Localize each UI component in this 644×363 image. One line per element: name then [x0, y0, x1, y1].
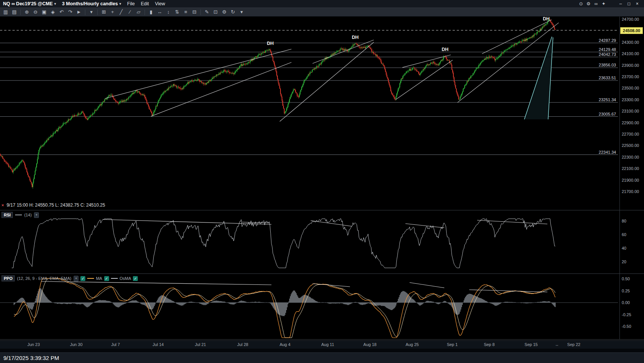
- maximize-button[interactable]: □: [625, 1, 633, 6]
- snapshot-icon[interactable]: ⊡: [211, 8, 220, 16]
- rsi-line: [12, 219, 555, 268]
- divergent-high-label: DH: [543, 16, 550, 22]
- last-candle-info: × 9/17 15:00 H: 24550.75 L: 24382.75 C: …: [2, 202, 105, 208]
- pin-window-icon[interactable]: ✦: [600, 1, 607, 6]
- undo-icon[interactable]: ↶: [57, 8, 66, 16]
- timeframe-selector[interactable]: 3 Months/Hourly candles ▾: [62, 1, 121, 6]
- rsi-panel-header: RSI (14) +: [2, 212, 39, 218]
- toolbar-separator: [20, 9, 21, 15]
- bar-pattern-icon[interactable]: ▮: [147, 8, 155, 16]
- timeline-handle-icon[interactable]: ↔: [555, 342, 559, 347]
- toolbar: ▥▤⊕⊖▣◈↶↷►▾⊞+╱∕▱▮↔↕⇅≡⊟✎⊡⚙↻▾: [0, 8, 644, 17]
- date-axis-label: Sep 8: [479, 342, 500, 347]
- date-axis-label: Aug 4: [274, 342, 296, 347]
- price-level-label: 23633.51: [599, 76, 616, 80]
- date-axis-label: Sep 1: [442, 342, 463, 347]
- clock-timestamp: 9/17/2025 3:39:32 PM: [3, 355, 59, 361]
- settings-icon[interactable]: ⚙: [220, 8, 228, 16]
- rsi-title[interactable]: RSI: [2, 212, 13, 218]
- date-axis-label: Aug 11: [317, 342, 338, 347]
- zoom-in-icon[interactable]: ⊕: [23, 8, 31, 16]
- ppo-pointer-icon[interactable]: +: [74, 276, 79, 281]
- ray-line-icon[interactable]: ∕: [126, 8, 134, 16]
- divergent-high-label: DH: [267, 41, 274, 46]
- date-axis-label: Jul 28: [232, 342, 253, 347]
- candle-wicks-down: [0, 19, 555, 188]
- draw-tools-icon[interactable]: ✎: [203, 8, 211, 16]
- mode-select-icon[interactable]: ▾: [87, 8, 96, 16]
- ppo-trendline[interactable]: [313, 284, 350, 287]
- ppo-title[interactable]: PPO: [2, 275, 15, 281]
- toolbar-separator: [200, 9, 201, 15]
- close-button[interactable]: ×: [633, 1, 641, 6]
- more-options-icon[interactable]: ▾: [237, 8, 246, 16]
- ppo-visible-checkbox[interactable]: ✓: [80, 276, 85, 281]
- ppo-trendline[interactable]: [41, 281, 271, 285]
- ppo-legend: +✓MA✓OsMA✓: [74, 276, 138, 281]
- pan-icon[interactable]: ◈: [49, 8, 57, 16]
- add-study-icon[interactable]: ⊞: [100, 8, 108, 16]
- menu-file[interactable]: File: [127, 1, 135, 6]
- price-level-label: 24129.48: [599, 47, 616, 52]
- chart-style-icon[interactable]: ▥: [2, 8, 10, 16]
- rsi-trendline[interactable]: [311, 221, 352, 226]
- title-bar: NQ ∞ Dec19'25 @CME ▾ 3 Months/Hourly can…: [0, 0, 644, 8]
- wedge-trendline[interactable]: [151, 62, 291, 116]
- toolbar-separator: [85, 9, 85, 15]
- price-level-label: 23005.67: [599, 112, 616, 116]
- ppo-osma-checkbox[interactable]: ✓: [133, 276, 138, 281]
- rsi-params: (14): [24, 213, 32, 217]
- symbol-selector[interactable]: NQ ∞ Dec19'25 @CME ▾: [3, 1, 56, 6]
- send-to-icon[interactable]: ►: [75, 8, 83, 16]
- wedge-trendline[interactable]: [105, 49, 291, 99]
- time-axis[interactable]: ↔ Jun 23Jun 30Jul 7Jul 14Jul 21Jul 28Aug…: [0, 340, 644, 349]
- scale-mode-icon[interactable]: ≡: [182, 8, 190, 16]
- parallel-channel-icon[interactable]: ▱: [134, 8, 143, 16]
- zoom-box-icon[interactable]: ▣: [40, 8, 48, 16]
- date-axis-label: Jul 7: [105, 342, 126, 347]
- rsi-trendline[interactable]: [103, 219, 271, 224]
- redo-icon[interactable]: ↷: [66, 8, 74, 16]
- link-charts-icon[interactable]: ∞: [593, 1, 599, 6]
- chart-canvas[interactable]: 24287.2924129.4824042.7323856.0323633.51…: [0, 0, 644, 363]
- window-controls: –□×: [617, 1, 641, 6]
- refresh-icon[interactable]: ↻: [229, 8, 237, 16]
- quick-search-icon[interactable]: ⊙: [578, 1, 584, 6]
- settings-gear-icon[interactable]: ⚙: [585, 1, 592, 6]
- date-axis-label: Aug 25: [402, 342, 423, 347]
- menu-edit[interactable]: Edit: [141, 1, 149, 6]
- chevron-down-icon: ▾: [54, 2, 56, 6]
- crosshair-icon[interactable]: +: [108, 8, 117, 16]
- menu-view[interactable]: View: [155, 1, 165, 6]
- date-axis-label: Jul 21: [190, 342, 211, 347]
- auto-fit-icon[interactable]: ⇅: [173, 8, 181, 16]
- divergent-high-label: DH: [352, 35, 359, 40]
- price-level-label: 24287.29: [599, 38, 616, 43]
- ppo-ma-line-sample: [87, 278, 94, 279]
- rsi-pointer-icon[interactable]: +: [34, 212, 39, 218]
- chart-type-icon[interactable]: ▤: [10, 8, 18, 16]
- ppo-ma-checkbox[interactable]: ✓: [104, 276, 109, 281]
- wedge-trendline[interactable]: [280, 42, 374, 122]
- grid-icon[interactable]: ⊟: [190, 8, 199, 16]
- zoom-out-icon[interactable]: ⊖: [31, 8, 40, 16]
- trendline-icon[interactable]: ╱: [117, 8, 125, 16]
- candle-bodies-up: [2, 20, 550, 187]
- minimize-button[interactable]: –: [617, 1, 624, 6]
- ppo-trendline[interactable]: [410, 283, 444, 288]
- wedge-trendline[interactable]: [313, 40, 374, 63]
- date-axis-label: Sep 15: [521, 342, 542, 347]
- wedge-trendline[interactable]: [396, 60, 453, 100]
- ppo-osma-line-sample: [111, 278, 118, 279]
- price-level-label: 23856.03: [599, 63, 616, 67]
- rsi-trendline[interactable]: [405, 224, 444, 228]
- expand-vertical-icon[interactable]: ↕: [164, 8, 173, 16]
- candle-bodies-down: [0, 20, 556, 187]
- date-axis-label: Sep 22: [563, 342, 584, 347]
- rsi-line-sample: [15, 215, 22, 215]
- chevron-down-icon: ▾: [119, 2, 121, 6]
- date-axis-label: Jun 23: [23, 342, 44, 347]
- status-bar: 9/17/2025 3:39:32 PM: [0, 352, 644, 363]
- remove-icon[interactable]: ×: [2, 203, 4, 207]
- expand-horizontal-icon[interactable]: ↔: [156, 8, 164, 16]
